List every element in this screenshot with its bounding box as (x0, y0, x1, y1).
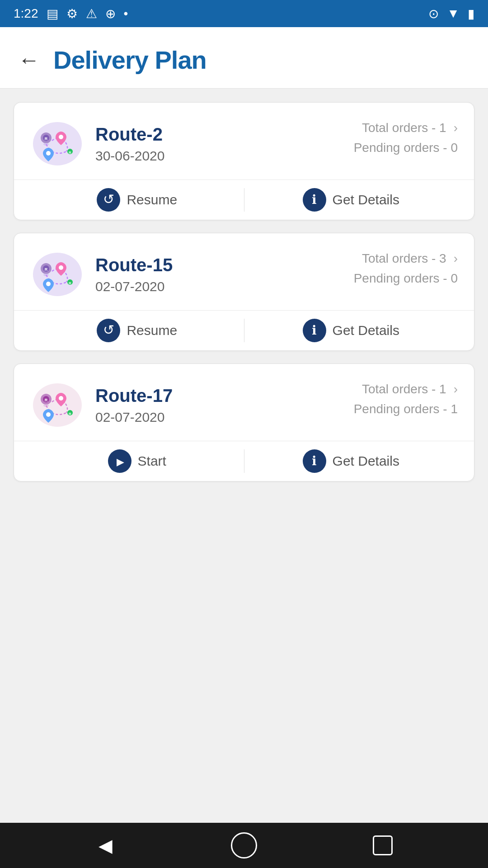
resume-label: Resume (127, 323, 177, 338)
svg-point-15 (46, 282, 51, 286)
route-info: Route-15 02-07-2020 (95, 255, 173, 294)
chevron-right-icon: › (454, 251, 458, 266)
chevron-right-icon: › (454, 121, 458, 135)
route-illustration: R R (30, 250, 84, 299)
start-button[interactable]: Start (30, 441, 244, 481)
pending-orders-row: Pending orders - 1 (354, 402, 458, 416)
route-card-top: R R Route-15 (30, 250, 458, 299)
pending-orders-row: Pending orders - 0 (354, 271, 458, 286)
route-card: R R Route-17 (14, 363, 474, 481)
total-orders-label: Total orders - 3 (362, 251, 446, 266)
svg-point-9 (33, 253, 82, 296)
nav-bar: ◀ (0, 823, 488, 868)
route-info: Route-17 02-07-2020 (95, 386, 173, 425)
card-actions: Resume Get Details (30, 180, 458, 220)
route-date: 30-06-2020 (95, 148, 164, 164)
svg-point-5 (59, 135, 63, 139)
recents-nav-icon (373, 835, 393, 855)
recents-nav-button[interactable] (367, 830, 399, 861)
route-orders-info[interactable]: Total orders - 1 › Pending orders - 0 (354, 119, 458, 155)
route-card-left: R R Route-15 (30, 250, 173, 299)
settings-icon: ⚙ (66, 6, 78, 21)
resume-icon (97, 188, 120, 212)
get-details-label: Get Details (333, 453, 399, 469)
sync-icon: ⊕ (105, 6, 116, 21)
total-orders-row: Total orders - 1 › (362, 121, 458, 135)
svg-text:R: R (45, 137, 48, 141)
pending-orders-row: Pending orders - 0 (354, 141, 458, 155)
time-display: 1:22 (14, 6, 38, 21)
route-card-left: R R Route-17 (30, 380, 173, 430)
get-details-label: Get Details (333, 192, 399, 208)
get-details-button[interactable]: Get Details (244, 311, 458, 350)
location-icon: ⊙ (428, 6, 439, 21)
card-actions: Resume Get Details (30, 311, 458, 350)
info-icon (303, 449, 326, 473)
route-card: R R (14, 102, 474, 220)
pending-orders-label: Pending orders - 1 (354, 402, 458, 416)
route-orders-info[interactable]: Total orders - 3 › Pending orders - 0 (354, 250, 458, 286)
svg-text:R: R (69, 281, 71, 285)
status-bar-right: ⊙ ▼ ▮ (428, 6, 474, 21)
route-name: Route-17 (95, 386, 173, 406)
home-nav-icon (231, 832, 257, 859)
svg-point-23 (59, 396, 63, 401)
page-title: Delivery Plan (53, 45, 206, 75)
svg-point-18 (33, 383, 82, 427)
svg-point-14 (59, 265, 63, 270)
back-nav-icon: ◀ (99, 835, 113, 856)
route-illustration: R R (30, 380, 84, 430)
resume-label: Resume (127, 192, 177, 208)
header: ← Delivery Plan (0, 27, 488, 89)
total-orders-row: Total orders - 1 › (362, 382, 458, 396)
card-actions: Start Get Details (30, 441, 458, 481)
chevron-right-icon: › (454, 382, 458, 396)
resume-icon (97, 319, 120, 342)
get-details-button[interactable]: Get Details (244, 180, 458, 220)
route-date: 02-07-2020 (95, 279, 173, 294)
play-icon (108, 449, 131, 473)
message-icon: ▤ (47, 6, 58, 21)
total-orders-label: Total orders - 1 (362, 382, 446, 396)
route-name: Route-2 (95, 124, 164, 145)
total-orders-label: Total orders - 1 (362, 121, 446, 135)
svg-text:R: R (45, 398, 48, 402)
svg-point-24 (46, 412, 51, 417)
dot-icon: • (124, 6, 128, 21)
wifi-icon: ▼ (447, 6, 460, 21)
route-info: Route-2 30-06-2020 (95, 124, 164, 164)
back-nav-button[interactable]: ◀ (89, 830, 121, 861)
route-orders-info[interactable]: Total orders - 1 › Pending orders - 1 (354, 380, 458, 416)
route-card-left: R R (30, 119, 164, 169)
resume-button[interactable]: Resume (30, 311, 244, 350)
info-icon (303, 188, 326, 212)
svg-text:R: R (69, 412, 71, 416)
start-label: Start (138, 453, 166, 469)
total-orders-row: Total orders - 3 › (362, 251, 458, 266)
home-nav-button[interactable] (228, 830, 260, 861)
resume-button[interactable]: Resume (30, 180, 244, 220)
main-content: R R (0, 89, 488, 823)
warning-icon: ⚠ (86, 6, 97, 21)
route-card-top: R R (30, 119, 458, 169)
svg-point-6 (46, 151, 51, 156)
pending-orders-label: Pending orders - 0 (354, 141, 458, 155)
route-illustration: R R (30, 119, 84, 169)
route-card-top: R R Route-17 (30, 380, 458, 430)
route-name: Route-15 (95, 255, 173, 275)
route-card: R R Route-15 (14, 233, 474, 351)
status-bar-left: 1:22 ▤ ⚙ ⚠ ⊕ • (14, 6, 128, 21)
svg-text:R: R (69, 151, 71, 155)
status-bar: 1:22 ▤ ⚙ ⚠ ⊕ • ⊙ ▼ ▮ (0, 0, 488, 27)
svg-text:R: R (45, 267, 48, 272)
pending-orders-label: Pending orders - 0 (354, 271, 458, 286)
battery-icon: ▮ (468, 6, 474, 21)
get-details-label: Get Details (333, 323, 399, 338)
back-button[interactable]: ← (18, 47, 40, 72)
get-details-button[interactable]: Get Details (244, 441, 458, 481)
info-icon (303, 319, 326, 342)
route-date: 02-07-2020 (95, 410, 173, 425)
svg-point-0 (33, 122, 82, 165)
